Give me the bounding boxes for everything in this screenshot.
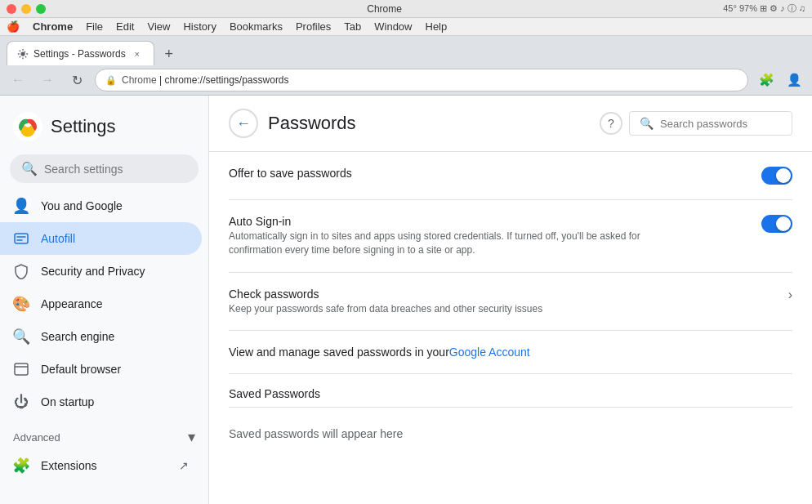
sidebar-item-on-startup[interactable]: ⏻ On startup xyxy=(0,386,202,418)
check-passwords-chevron: › xyxy=(788,288,792,302)
svg-rect-4 xyxy=(15,234,28,243)
title-bar: Chrome 45° 97% ⊞ ⚙ ♪ ⓘ ♫ xyxy=(0,0,812,18)
extensions-icon[interactable]: 🧩 xyxy=(755,69,778,91)
saved-passwords-title: Saved Passwords xyxy=(229,374,792,407)
auto-signin-text: Auto Sign-in Automatically sign in to si… xyxy=(229,215,748,257)
palette-icon: 🎨 xyxy=(13,296,29,312)
check-passwords-desc: Keep your passwords safe from data breac… xyxy=(229,302,678,316)
help-btn[interactable]: ? xyxy=(600,112,622,135)
back-btn[interactable]: ← xyxy=(7,69,29,91)
power-icon: ⏻ xyxy=(13,394,29,410)
auto-signin-toggle[interactable] xyxy=(761,215,792,233)
menu-window[interactable]: Window xyxy=(374,20,412,33)
system-icons: 45° 97% ⊞ ⚙ ♪ ⓘ ♫ xyxy=(723,2,805,15)
active-tab[interactable]: Settings - Passwords × xyxy=(7,41,154,65)
manage-link-row: View and manage saved passwords in your … xyxy=(229,331,792,374)
settings-title: Settings xyxy=(51,116,116,137)
url-origin: Chrome xyxy=(122,74,157,86)
browser-chrome: Settings - Passwords × + ← → ↻ 🔒 Chrome … xyxy=(0,36,812,96)
offer-save-toggle[interactable] xyxy=(761,167,792,185)
question-mark-icon: ? xyxy=(608,117,614,130)
maximize-window-btn[interactable] xyxy=(36,4,46,14)
passwords-header: ← Passwords ? 🔍 xyxy=(209,96,812,152)
sidebar-item-search-engine[interactable]: 🔍 Search engine xyxy=(0,320,202,353)
sidebar-label-autofill: Autofill xyxy=(41,232,75,245)
tab-close-btn[interactable]: × xyxy=(131,47,144,60)
offer-save-toggle-knob xyxy=(776,168,791,183)
search-nav-icon: 🔍 xyxy=(13,328,29,345)
menu-chrome[interactable]: Chrome xyxy=(33,20,73,33)
advanced-section[interactable]: Advanced ▾ xyxy=(0,418,208,449)
settings-search-bar[interactable]: 🔍 xyxy=(10,154,199,183)
external-link-icon: ↗ xyxy=(179,459,189,472)
toolbar-actions: 🧩 👤 xyxy=(755,69,805,91)
menu-bar: 🍎 Chrome File Edit View History Bookmark… xyxy=(0,18,812,36)
menu-view[interactable]: View xyxy=(147,20,170,33)
close-window-btn[interactable] xyxy=(7,4,16,14)
sidebar-item-extensions[interactable]: 🧩 Extensions ↗ xyxy=(0,449,202,482)
menu-file[interactable]: File xyxy=(86,20,103,33)
address-bar[interactable]: 🔒 Chrome | chrome://settings/passwords xyxy=(95,69,748,91)
menu-bookmarks[interactable]: Bookmarks xyxy=(230,20,283,33)
main-content: ← Passwords ? 🔍 Offer to save passwords xyxy=(209,96,812,504)
settings-container: Settings 🔍 👤 You and Google Autofill xyxy=(0,96,812,504)
offer-save-control[interactable] xyxy=(761,167,792,185)
chevron-right-icon: › xyxy=(788,288,792,302)
check-passwords-title: Check passwords xyxy=(229,288,775,301)
auto-signin-control[interactable] xyxy=(761,215,792,233)
url-path: chrome://settings/passwords xyxy=(164,74,288,86)
chrome-logo xyxy=(13,112,42,141)
sidebar-label-search: Search engine xyxy=(41,330,114,343)
shield-icon xyxy=(13,263,29,279)
auto-signin-title: Auto Sign-in xyxy=(229,215,748,228)
sidebar-item-security-privacy[interactable]: Security and Privacy xyxy=(0,255,202,288)
profile-icon[interactable]: 👤 xyxy=(783,69,805,91)
advanced-arrow-icon: ▾ xyxy=(188,428,195,446)
offer-save-title: Offer to save passwords xyxy=(229,167,748,180)
settings-header: Settings xyxy=(0,102,208,151)
menu-help[interactable]: Help xyxy=(426,20,448,33)
menu-edit[interactable]: Edit xyxy=(116,20,134,33)
sidebar-label-appearance: Appearance xyxy=(41,297,103,310)
tab-title: Settings - Passwords xyxy=(33,48,126,60)
menu-profiles[interactable]: Profiles xyxy=(296,20,331,33)
google-account-link[interactable]: Google Account xyxy=(449,346,530,359)
sidebar-item-you-google[interactable]: 👤 You and Google xyxy=(0,190,202,222)
saved-passwords-empty-msg: Saved passwords will appear here xyxy=(229,421,792,447)
menu-tab[interactable]: Tab xyxy=(344,20,361,33)
forward-btn[interactable]: → xyxy=(36,69,59,91)
passwords-title: Passwords xyxy=(268,113,600,134)
sidebar-label-extensions: Extensions xyxy=(41,459,96,472)
sidebar-item-appearance[interactable]: 🎨 Appearance xyxy=(0,288,202,320)
svg-rect-5 xyxy=(15,364,28,375)
browser-icon xyxy=(13,361,29,377)
check-passwords-row[interactable]: Check passwords Keep your passwords safe… xyxy=(229,273,792,332)
menu-apple[interactable]: 🍎 xyxy=(7,20,20,33)
search-icon: 🔍 xyxy=(21,161,38,176)
sidebar-item-default-browser[interactable]: Default browser xyxy=(0,353,202,386)
menu-history[interactable]: History xyxy=(183,20,216,33)
reload-btn[interactable]: ↻ xyxy=(65,69,88,91)
advanced-label: Advanced xyxy=(13,431,60,444)
check-passwords-text: Check passwords Keep your passwords safe… xyxy=(229,288,775,316)
sidebar-label-you-google: You and Google xyxy=(41,199,123,212)
tab-favicon xyxy=(17,48,29,60)
sidebar-label-startup: On startup xyxy=(41,395,94,408)
autofill-icon xyxy=(13,230,29,247)
extensions-nav-icon: 🧩 xyxy=(13,457,29,474)
lock-icon: 🔒 xyxy=(105,75,117,86)
sidebar-label-browser: Default browser xyxy=(41,363,121,376)
password-search-bar[interactable]: 🔍 xyxy=(629,111,792,136)
passwords-settings-section: Offer to save passwords Auto Sign-in Aut… xyxy=(209,152,812,374)
settings-search-input[interactable] xyxy=(44,163,187,176)
address-bar-row: ← → ↻ 🔒 Chrome | chrome://settings/passw… xyxy=(0,65,812,95)
back-to-autofill-btn[interactable]: ← xyxy=(229,109,258,138)
title-bar-left xyxy=(7,4,46,14)
password-search-input[interactable] xyxy=(660,118,783,130)
new-tab-btn[interactable]: + xyxy=(158,42,181,65)
saved-passwords-section: Saved Passwords Saved passwords will app… xyxy=(209,374,812,447)
sidebar-item-autofill[interactable]: Autofill xyxy=(0,222,202,255)
traffic-lights xyxy=(7,4,46,14)
minimize-window-btn[interactable] xyxy=(21,4,31,14)
sidebar: Settings 🔍 👤 You and Google Autofill xyxy=(0,96,209,504)
